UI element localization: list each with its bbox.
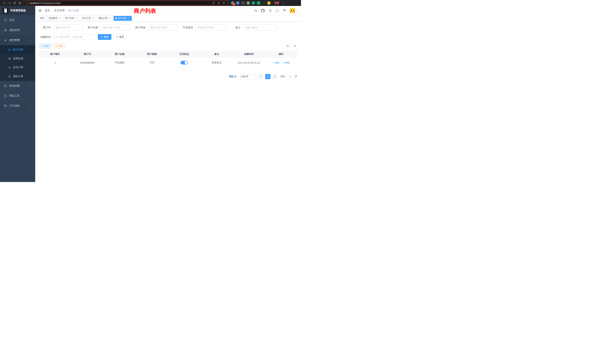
browser-home-icon[interactable] xyxy=(17,0,22,5)
close-icon[interactable] xyxy=(75,17,78,20)
search-button[interactable]: 搜索 xyxy=(98,34,111,40)
breadcrumb-payment[interactable]: 支付管理 xyxy=(54,9,64,12)
password-key-icon[interactable] xyxy=(212,1,215,5)
navbar-actions: TT xyxy=(254,8,298,13)
tabs-bar: 首页 流程表单 用户分组 支付订单 退款订单 商户信息 xyxy=(35,15,301,21)
close-icon[interactable] xyxy=(108,17,111,20)
browser-forward-icon[interactable] xyxy=(7,0,12,5)
create-time-label: 创建时间 xyxy=(39,35,53,39)
refresh-table-button[interactable] xyxy=(292,43,297,49)
add-button[interactable]: 新增 xyxy=(39,43,51,49)
tab-merchant-info[interactable]: 商户信息 xyxy=(114,16,132,21)
prev-page-button[interactable] xyxy=(258,74,263,79)
sidebar-item-payment[interactable]: ¥ 支付管理 xyxy=(0,35,35,45)
col-create-time: 创建时间 xyxy=(233,51,265,57)
github-icon[interactable] xyxy=(261,9,265,13)
total-count: 共 1 条 xyxy=(229,75,237,78)
browser-update-button[interactable]: 更新 xyxy=(273,1,281,5)
fullscreen-icon[interactable] xyxy=(275,9,279,13)
font-size-icon[interactable]: TT xyxy=(282,9,287,13)
merchant-no-input[interactable] xyxy=(53,24,83,31)
close-icon[interactable] xyxy=(128,17,130,20)
browser-back-icon[interactable] xyxy=(2,0,7,5)
goto-page-input[interactable] xyxy=(286,74,294,79)
hamburger-icon[interactable] xyxy=(38,9,42,12)
sidebar: 芋道管理系统 首页 系统管理 ¥ 支付管理 商户信息 xyxy=(0,6,35,182)
tab-refund-order[interactable]: 退款订单 xyxy=(97,16,113,21)
extension-icon-1[interactable]: 10 xyxy=(231,1,234,5)
goto-page: 前往 页 xyxy=(280,74,297,79)
url-bar[interactable]: i localhost:1024/pay/merchant xyxy=(24,1,228,5)
toolbar-right xyxy=(285,43,297,49)
edit-link[interactable]: 修改 xyxy=(272,61,280,64)
browser-menu-icon[interactable] xyxy=(281,0,286,5)
page-size-select[interactable]: 10条/页 xyxy=(238,74,256,79)
sidebar-item-refund-order[interactable]: 退款订单 xyxy=(0,72,35,81)
cell-status xyxy=(168,57,200,68)
tab-user-group[interactable]: 用户分组 xyxy=(64,16,79,21)
extension-icon-5[interactable] xyxy=(252,1,255,5)
clock-icon xyxy=(8,66,11,69)
sidebar-item-workflow[interactable]: 工作流程 xyxy=(0,101,35,111)
reset-button[interactable]: 重置 xyxy=(113,34,127,40)
extension-icon-6[interactable] xyxy=(257,1,260,5)
close-icon[interactable] xyxy=(92,17,94,20)
avatar-dropdown-icon[interactable] xyxy=(297,11,298,12)
toggle-search-button[interactable] xyxy=(285,43,290,49)
payment-submenu: 商户信息 应用信息 支付订单 退款订单 xyxy=(0,45,35,81)
next-page-button[interactable] xyxy=(272,74,278,79)
sidebar-item-system[interactable]: 系统管理 xyxy=(0,25,35,35)
sidebar-item-app-info[interactable]: 应用信息 xyxy=(0,54,35,63)
extension-icon-8[interactable] xyxy=(267,1,271,5)
date-range-picker[interactable]: 开始日期 - 结束日期 xyxy=(53,34,96,40)
cell-actions: 修改 删除 xyxy=(265,57,297,68)
page-1-button[interactable]: 1 xyxy=(265,74,270,79)
export-button[interactable]: 导出 xyxy=(53,43,65,49)
extension-icon-7[interactable] xyxy=(262,1,265,5)
short-name-input[interactable] xyxy=(148,24,178,31)
sidebar-item-merchant-info[interactable]: 商户信息 xyxy=(0,45,35,54)
remark-input[interactable] xyxy=(243,24,277,31)
help-icon[interactable] xyxy=(268,9,272,13)
browser-refresh-icon[interactable] xyxy=(12,0,17,5)
tab-home[interactable]: 首页 xyxy=(38,16,46,21)
col-merchant-id: 商户编号 xyxy=(39,51,71,57)
extension-icon-2[interactable] xyxy=(236,1,239,5)
extension-icon-4[interactable] xyxy=(247,1,250,5)
browser-chrome: i localhost:1024/pay/merchant 10 更新 xyxy=(0,0,301,6)
status-select[interactable]: 请选择开启状态 xyxy=(195,24,227,31)
app-logo[interactable]: 芋道管理系统 xyxy=(0,6,35,15)
breadcrumb-current: 商户信息 xyxy=(69,9,79,12)
sidebar-item-devtools[interactable]: 研发工具 xyxy=(0,91,35,101)
merchant-no-label: 商户号 xyxy=(39,26,53,29)
tab-process-form[interactable]: 流程表单 xyxy=(47,16,63,21)
user-avatar[interactable] xyxy=(290,8,295,13)
sidebar-item-infra[interactable]: 基础设施 xyxy=(0,81,35,91)
share-icon[interactable] xyxy=(217,1,221,5)
navbar: 首页 支付管理 商户信息 商户列表 TT xyxy=(35,6,301,15)
sidebar-item-pay-order[interactable]: 支付订单 xyxy=(0,63,35,72)
search-icon[interactable] xyxy=(254,9,258,13)
sidebar-item-home[interactable]: 首页 xyxy=(0,15,35,25)
info-icon[interactable]: i xyxy=(26,2,29,4)
breadcrumb-home[interactable]: 首页 xyxy=(45,9,50,12)
status-toggle[interactable] xyxy=(181,61,188,64)
download-icon xyxy=(55,45,57,47)
refresh-icon xyxy=(116,36,118,38)
cell-create-time: 2021-10-23 08:31:14 xyxy=(233,57,265,68)
close-icon[interactable] xyxy=(58,17,61,20)
full-name-input[interactable] xyxy=(100,24,130,31)
grid-icon xyxy=(8,57,11,60)
bookmark-star-icon[interactable] xyxy=(222,1,226,5)
short-name-label: 商户简称 xyxy=(135,26,148,29)
chevron-down-icon xyxy=(30,94,32,96)
card-icon xyxy=(8,48,11,51)
col-remark: 备注 xyxy=(200,51,233,57)
cell-short-name: 芋艿 xyxy=(136,57,168,68)
extension-icon-3[interactable] xyxy=(241,1,245,5)
tab-pay-order[interactable]: 支付订单 xyxy=(80,16,96,21)
briefcase-icon xyxy=(4,104,7,107)
table-toolbar: 新增 导出 xyxy=(39,43,297,49)
delete-link[interactable]: 删除 xyxy=(283,61,290,64)
cell-merchant-no: M233666999 xyxy=(71,57,103,68)
